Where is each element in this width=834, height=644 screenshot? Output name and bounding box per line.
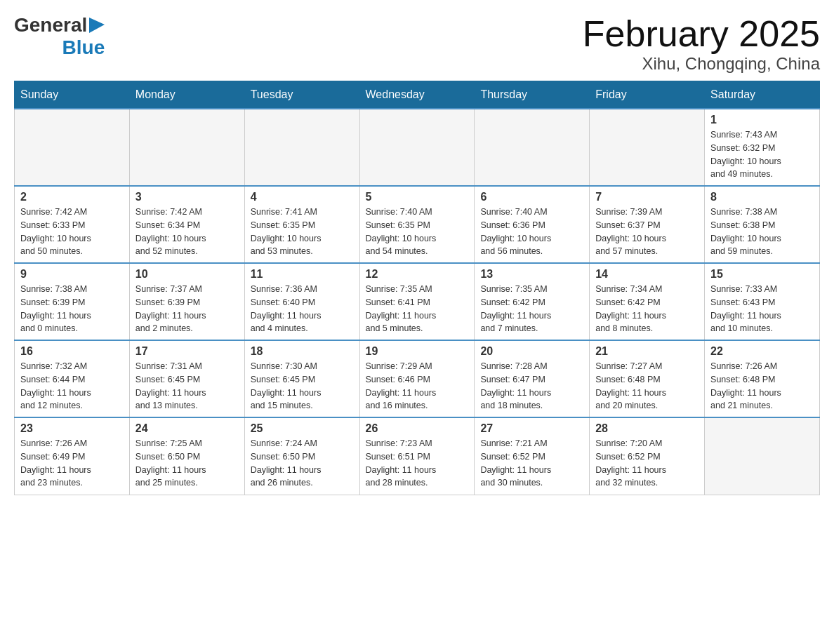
day-info: Sunrise: 7:20 AM Sunset: 6:52 PM Dayligh…	[595, 437, 699, 490]
day-header-thursday: Thursday	[475, 81, 590, 109]
day-header-wednesday: Wednesday	[359, 81, 475, 109]
day-info: Sunrise: 7:35 AM Sunset: 6:41 PM Dayligh…	[366, 283, 469, 335]
day-number: 19	[366, 345, 469, 358]
day-number: 9	[20, 268, 124, 281]
calendar-cell: 7Sunrise: 7:39 AM Sunset: 6:37 PM Daylig…	[590, 186, 705, 263]
day-info: Sunrise: 7:37 AM Sunset: 6:39 PM Dayligh…	[135, 283, 239, 335]
day-number: 20	[480, 345, 583, 358]
day-number: 22	[710, 345, 814, 358]
day-info: Sunrise: 7:43 AM Sunset: 6:32 PM Dayligh…	[710, 128, 814, 181]
day-info: Sunrise: 7:39 AM Sunset: 6:37 PM Dayligh…	[595, 206, 699, 258]
calendar-table: SundayMondayTuesdayWednesdayThursdayFrid…	[14, 81, 820, 495]
calendar-cell: 28Sunrise: 7:20 AM Sunset: 6:52 PM Dayli…	[590, 417, 705, 495]
day-number: 12	[366, 268, 469, 281]
day-info: Sunrise: 7:28 AM Sunset: 6:47 PM Dayligh…	[480, 360, 583, 412]
day-number: 10	[135, 268, 239, 281]
calendar-cell	[129, 109, 244, 186]
day-info: Sunrise: 7:26 AM Sunset: 6:48 PM Dayligh…	[710, 360, 814, 412]
day-info: Sunrise: 7:31 AM Sunset: 6:45 PM Dayligh…	[135, 360, 239, 412]
calendar-header-row: SundayMondayTuesdayWednesdayThursdayFrid…	[15, 81, 820, 109]
calendar-cell: 2Sunrise: 7:42 AM Sunset: 6:33 PM Daylig…	[15, 186, 130, 263]
day-info: Sunrise: 7:38 AM Sunset: 6:38 PM Dayligh…	[710, 206, 814, 258]
week-row-3: 9Sunrise: 7:38 AM Sunset: 6:39 PM Daylig…	[15, 263, 820, 340]
day-number: 4	[251, 191, 354, 203]
calendar-cell: 27Sunrise: 7:21 AM Sunset: 6:52 PM Dayli…	[475, 417, 590, 495]
day-info: Sunrise: 7:42 AM Sunset: 6:34 PM Dayligh…	[135, 206, 239, 258]
calendar-cell: 3Sunrise: 7:42 AM Sunset: 6:34 PM Daylig…	[129, 186, 244, 263]
calendar-cell: 23Sunrise: 7:26 AM Sunset: 6:49 PM Dayli…	[15, 417, 130, 495]
calendar-cell	[475, 109, 590, 186]
calendar-cell	[15, 109, 130, 186]
day-info: Sunrise: 7:21 AM Sunset: 6:52 PM Dayligh…	[480, 437, 583, 490]
calendar-subtitle: Xihu, Chongqing, China	[583, 54, 820, 74]
day-info: Sunrise: 7:42 AM Sunset: 6:33 PM Dayligh…	[20, 206, 124, 258]
calendar-title-block: February 2025 Xihu, Chongqing, China	[583, 14, 820, 74]
day-number: 28	[595, 422, 699, 435]
calendar-cell: 11Sunrise: 7:36 AM Sunset: 6:40 PM Dayli…	[244, 263, 359, 340]
calendar-cell: 15Sunrise: 7:33 AM Sunset: 6:43 PM Dayli…	[705, 263, 820, 340]
day-info: Sunrise: 7:40 AM Sunset: 6:36 PM Dayligh…	[480, 206, 583, 258]
calendar-cell	[244, 109, 359, 186]
calendar-cell	[590, 109, 705, 186]
logo-arrow-icon	[89, 18, 105, 33]
week-row-1: 1Sunrise: 7:43 AM Sunset: 6:32 PM Daylig…	[15, 109, 820, 186]
day-info: Sunrise: 7:26 AM Sunset: 6:49 PM Dayligh…	[20, 437, 124, 490]
calendar-cell: 5Sunrise: 7:40 AM Sunset: 6:35 PM Daylig…	[359, 186, 475, 263]
calendar-cell: 16Sunrise: 7:32 AM Sunset: 6:44 PM Dayli…	[15, 340, 130, 417]
day-info: Sunrise: 7:27 AM Sunset: 6:48 PM Dayligh…	[595, 360, 699, 412]
calendar-title: February 2025	[583, 14, 820, 54]
calendar-cell: 12Sunrise: 7:35 AM Sunset: 6:41 PM Dayli…	[359, 263, 475, 340]
calendar-cell: 21Sunrise: 7:27 AM Sunset: 6:48 PM Dayli…	[590, 340, 705, 417]
day-number: 26	[366, 422, 469, 435]
day-info: Sunrise: 7:33 AM Sunset: 6:43 PM Dayligh…	[710, 283, 814, 335]
calendar-cell: 20Sunrise: 7:28 AM Sunset: 6:47 PM Dayli…	[475, 340, 590, 417]
day-number: 21	[595, 345, 699, 358]
logo: General Blue	[14, 14, 105, 59]
calendar-cell: 25Sunrise: 7:24 AM Sunset: 6:50 PM Dayli…	[244, 417, 359, 495]
day-info: Sunrise: 7:36 AM Sunset: 6:40 PM Dayligh…	[251, 283, 354, 335]
logo-text-blue: Blue	[62, 36, 105, 59]
calendar-cell	[359, 109, 475, 186]
calendar-cell: 24Sunrise: 7:25 AM Sunset: 6:50 PM Dayli…	[129, 417, 244, 495]
calendar-cell	[705, 417, 820, 495]
day-number: 23	[20, 422, 124, 435]
page-header: General Blue February 2025 Xihu, Chongqi…	[14, 14, 820, 74]
day-info: Sunrise: 7:35 AM Sunset: 6:42 PM Dayligh…	[480, 283, 583, 335]
day-number: 15	[710, 268, 814, 281]
day-number: 6	[480, 191, 583, 203]
calendar-cell: 26Sunrise: 7:23 AM Sunset: 6:51 PM Dayli…	[359, 417, 475, 495]
logo-text-general: General	[14, 14, 87, 36]
week-row-2: 2Sunrise: 7:42 AM Sunset: 6:33 PM Daylig…	[15, 186, 820, 263]
day-info: Sunrise: 7:38 AM Sunset: 6:39 PM Dayligh…	[20, 283, 124, 335]
day-info: Sunrise: 7:29 AM Sunset: 6:46 PM Dayligh…	[366, 360, 469, 412]
day-number: 17	[135, 345, 239, 358]
calendar-cell: 13Sunrise: 7:35 AM Sunset: 6:42 PM Dayli…	[475, 263, 590, 340]
day-info: Sunrise: 7:41 AM Sunset: 6:35 PM Dayligh…	[251, 206, 354, 258]
day-number: 24	[135, 422, 239, 435]
day-number: 11	[251, 268, 354, 281]
day-number: 2	[20, 191, 124, 203]
day-header-sunday: Sunday	[15, 81, 130, 109]
day-info: Sunrise: 7:32 AM Sunset: 6:44 PM Dayligh…	[20, 360, 124, 412]
day-info: Sunrise: 7:34 AM Sunset: 6:42 PM Dayligh…	[595, 283, 699, 335]
calendar-cell: 17Sunrise: 7:31 AM Sunset: 6:45 PM Dayli…	[129, 340, 244, 417]
day-info: Sunrise: 7:24 AM Sunset: 6:50 PM Dayligh…	[251, 437, 354, 490]
day-header-tuesday: Tuesday	[244, 81, 359, 109]
day-number: 27	[480, 422, 583, 435]
week-row-5: 23Sunrise: 7:26 AM Sunset: 6:49 PM Dayli…	[15, 417, 820, 495]
day-number: 13	[480, 268, 583, 281]
calendar-cell: 14Sunrise: 7:34 AM Sunset: 6:42 PM Dayli…	[590, 263, 705, 340]
calendar-cell: 18Sunrise: 7:30 AM Sunset: 6:45 PM Dayli…	[244, 340, 359, 417]
calendar-cell: 10Sunrise: 7:37 AM Sunset: 6:39 PM Dayli…	[129, 263, 244, 340]
day-header-saturday: Saturday	[705, 81, 820, 109]
week-row-4: 16Sunrise: 7:32 AM Sunset: 6:44 PM Dayli…	[15, 340, 820, 417]
calendar-cell: 9Sunrise: 7:38 AM Sunset: 6:39 PM Daylig…	[15, 263, 130, 340]
day-number: 7	[595, 191, 699, 203]
day-number: 5	[366, 191, 469, 203]
day-header-monday: Monday	[129, 81, 244, 109]
svg-marker-0	[89, 18, 105, 33]
day-number: 8	[710, 191, 814, 203]
day-number: 14	[595, 268, 699, 281]
calendar-cell: 19Sunrise: 7:29 AM Sunset: 6:46 PM Dayli…	[359, 340, 475, 417]
day-number: 25	[251, 422, 354, 435]
